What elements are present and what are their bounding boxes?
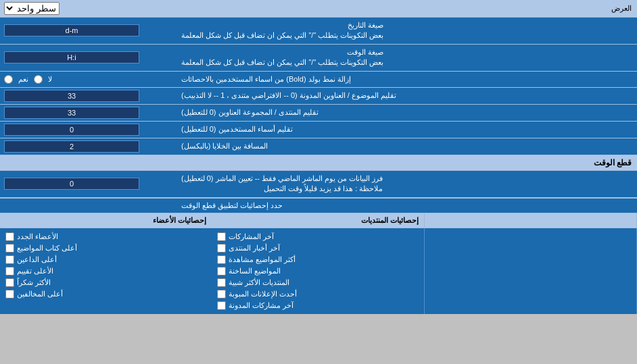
member-stats-header: إحصائيات الأعضاء	[0, 213, 212, 228]
cut-time-label: فرز البيانات من يوم الماشر الماضي فقط --…	[176, 171, 637, 197]
forum-stat-check-3[interactable]	[217, 267, 226, 276]
forum-stat-check-5[interactable]	[217, 290, 226, 298]
member-stat-item-1: أعلى كتاب المواضيع	[5, 242, 206, 254]
date-format-input-cell	[0, 18, 176, 44]
forum-stat-item-4: المنتديات الأكثر شبية	[217, 277, 418, 288]
member-stat-item-5: أعلى المخالفين	[5, 288, 206, 300]
lines-select[interactable]: سطر واحدسطرينثلاثة أسطر	[4, 2, 60, 15]
users-trim-input[interactable]	[4, 124, 139, 136]
forum-stat-check-4[interactable]	[217, 278, 226, 287]
member-stat-check-3[interactable]	[5, 267, 14, 276]
cut-time-input[interactable]	[4, 178, 139, 190]
bold-radio-cell: لا نعم	[0, 72, 176, 87]
forum-stat-item-2: أكثر المواضيع مشاهدة	[217, 254, 418, 265]
bold-yes-label: نعم	[18, 75, 28, 84]
time-format-label: صيغة الوقت بعض التكوينات يتطلب "/" التي …	[176, 45, 637, 71]
apply-stats-label: حدد إحصائيات لتطبيق قطع الوقت	[176, 199, 637, 213]
cut-time-header: قطع الوقت	[0, 155, 637, 171]
forum-trim-input[interactable]	[4, 107, 139, 119]
forum-stats-header: إحصائيات المنتديات	[212, 213, 424, 228]
forum-stat-check-0[interactable]	[217, 232, 226, 241]
member-stat-item-4: الأكثر شكراً	[5, 277, 206, 288]
time-format-input-cell	[0, 45, 176, 71]
member-stats-col: الأعضاء الجدد أعلى كتاب المواضيع أعلى ال…	[0, 228, 212, 314]
display-label: العرض	[176, 1, 637, 16]
cell-spacing-input[interactable]	[4, 140, 139, 153]
cell-spacing-input-cell	[0, 138, 176, 155]
bold-no-radio[interactable]	[34, 75, 43, 84]
member-stat-check-2[interactable]	[5, 255, 14, 264]
forum-trim-label: تقليم المنتدى / المجموعة العناوين (0 للت…	[176, 105, 637, 121]
users-trim-input-cell	[0, 122, 176, 138]
forum-stat-item-1: آخر أخبار المنتدى	[217, 242, 418, 254]
time-format-input[interactable]	[4, 51, 139, 63]
bold-no-label: لا	[48, 75, 52, 84]
users-trim-label: تقليم أسماء المستخدمين (0 للتعطيل)	[176, 122, 637, 138]
member-stat-item-3: الأعلى تقييم	[5, 265, 206, 277]
forum-trim-input-cell	[0, 105, 176, 121]
topics-trim-input-cell	[0, 88, 176, 104]
member-stat-item-2: أعلى الداعين	[5, 254, 206, 265]
forum-stat-item-3: المواضيع الساخنة	[217, 265, 418, 277]
member-stat-check-1[interactable]	[5, 244, 14, 253]
forum-stat-check-1[interactable]	[217, 244, 226, 253]
member-stat-check-5[interactable]	[5, 290, 14, 298]
bold-yes-radio[interactable]	[4, 75, 13, 84]
forum-stat-item-5: أحدث الإعلانات المبوبة	[217, 288, 418, 300]
forum-stat-item-6: آخر مشاركات المدونة	[217, 300, 418, 311]
bold-label: إزالة نمط بولد (Bold) من اسماء المستخدمي…	[176, 72, 637, 87]
forum-stats-col: آخر المشاركات آخر أخبار المنتدى أكثر الم…	[212, 228, 424, 314]
date-format-label: صيغة التاريخ بعض التكوينات يتطلب "/" الت…	[176, 18, 637, 44]
member-stat-check-0[interactable]	[5, 232, 14, 241]
forum-stat-check-2[interactable]	[217, 255, 226, 264]
topics-trim-input[interactable]	[4, 90, 139, 102]
topics-trim-label: تقليم الموضوع / العناوين المدونة (0 -- ا…	[176, 88, 637, 104]
cell-spacing-label: المسافة بين الخلايا (بالبكسل)	[176, 138, 637, 155]
cut-time-input-cell	[0, 171, 176, 197]
forum-stat-item-0: آخر المشاركات	[217, 231, 418, 242]
date-format-input[interactable]	[4, 24, 139, 36]
forum-stat-check-6[interactable]	[217, 301, 226, 310]
member-stat-item-0: الأعضاء الجدد	[5, 231, 206, 242]
member-stat-check-4[interactable]	[5, 278, 14, 287]
